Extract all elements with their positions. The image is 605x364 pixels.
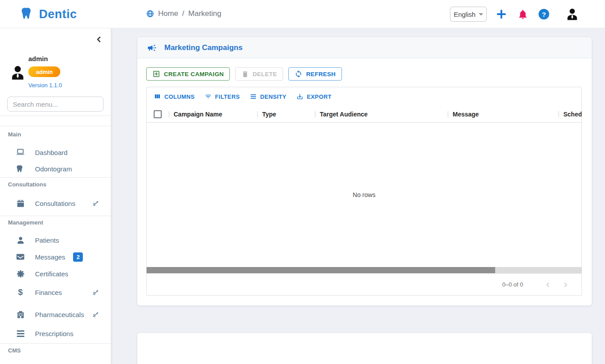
sidebar-item-label: Prescriptions: [35, 330, 74, 337]
sidebar-item-label: Patients: [35, 236, 59, 244]
notifications-bell-icon[interactable]: [517, 8, 528, 20]
main-content: Marketing Campaigns CREATE CAMPAIGN DELE…: [111, 28, 605, 364]
divider: [0, 216, 111, 216]
sidebar-item-label: Dashboard: [35, 149, 67, 156]
page-title: Marketing Campaigns: [164, 43, 243, 52]
sidebar-item-pharmaceuticals[interactable]: Pharmaceuticals: [0, 306, 111, 323]
divider: [0, 177, 111, 178]
filters-button[interactable]: FILTERS: [200, 90, 244, 103]
building-icon: [15, 310, 26, 319]
grid-rows-area: No rows: [147, 123, 582, 267]
divider: [0, 126, 111, 126]
envelope-icon: [15, 252, 26, 262]
role-badge: admin: [28, 66, 60, 77]
calendar-icon: [15, 199, 26, 208]
columns-button[interactable]: COLUMNS: [149, 90, 199, 103]
create-campaign-button[interactable]: CREATE CAMPAIGN: [146, 67, 230, 81]
laptop-icon: [15, 147, 26, 157]
sidebar-item-label: Pharmaceuticals: [35, 311, 84, 318]
breadcrumb: Home / Marketing: [146, 9, 221, 18]
dollar-icon: $: [15, 287, 26, 297]
breadcrumb-current: Marketing: [188, 9, 221, 18]
horizontal-scrollbar[interactable]: [147, 267, 582, 273]
section-label-management: Management: [8, 219, 43, 226]
version-link[interactable]: Version 1.1.0: [28, 82, 62, 89]
sidebar-item-label: Finances: [35, 289, 62, 296]
language-value: English: [454, 11, 475, 18]
sidebar-item-patients[interactable]: Patients: [0, 232, 111, 248]
topbar: Dentic Home / Marketing English ?: [0, 0, 605, 28]
divider: [0, 116, 111, 116]
section-label-consultations: Consultations: [8, 181, 47, 188]
trash-icon: [241, 70, 249, 78]
sidebar-item-label: Certificates: [35, 270, 68, 278]
list-lines-icon: [15, 330, 26, 337]
sidebar-item-consultations[interactable]: Consultations: [0, 195, 111, 212]
breadcrumb-home[interactable]: Home: [158, 9, 178, 18]
no-rows-message: No rows: [353, 191, 375, 198]
expand-arrow-icon[interactable]: [92, 200, 99, 207]
export-button[interactable]: EXPORT: [292, 90, 336, 103]
density-button[interactable]: DENSITY: [245, 90, 291, 103]
pagination-range: 0–0 of 0: [502, 281, 523, 288]
select-all-cell: [147, 110, 169, 118]
column-header-type[interactable]: Type: [257, 106, 315, 122]
sidebar-collapse-button[interactable]: [93, 34, 105, 45]
view-columns-icon: [154, 93, 161, 100]
density-icon: [250, 93, 257, 100]
delete-button[interactable]: DELETE: [235, 67, 283, 81]
sidebar-item-finances[interactable]: $ Finances: [0, 284, 111, 301]
megaphone-icon: [147, 43, 157, 53]
brand-logo[interactable]: Dentic: [20, 6, 77, 22]
help-icon[interactable]: ?: [538, 8, 550, 20]
tooth-logo-icon: [20, 6, 35, 22]
next-page-button[interactable]: [559, 279, 572, 291]
tooth-icon: [15, 164, 26, 173]
expand-arrow-icon[interactable]: [92, 289, 99, 296]
column-header-campaign-name[interactable]: Campaign Name: [169, 106, 257, 122]
grid-header-row: Campaign Name Type Target Audience Messa…: [147, 106, 582, 123]
campaigns-data-grid: COLUMNS FILTERS DENSITY: [146, 87, 582, 296]
marketing-campaigns-card: Marketing Campaigns CREATE CAMPAIGN DELE…: [137, 37, 592, 306]
refresh-button[interactable]: REFRESH: [288, 67, 342, 81]
user-avatar-icon: [9, 64, 26, 83]
card-header: Marketing Campaigns: [137, 37, 592, 58]
add-box-icon: [152, 70, 160, 78]
sidebar-item-label: Consultations: [35, 200, 75, 207]
sidebar-item-certificates[interactable]: Certificates: [0, 265, 111, 282]
column-header-target-audience[interactable]: Target Audience: [315, 106, 448, 122]
person-icon: [15, 236, 26, 245]
expand-arrow-icon[interactable]: [92, 311, 99, 318]
download-icon: [296, 93, 303, 100]
column-header-message[interactable]: Message: [448, 106, 558, 122]
section-label-main: Main: [8, 131, 21, 138]
chevron-down-icon: [479, 13, 483, 15]
previous-page-button[interactable]: [542, 279, 554, 291]
sidebar-item-label: Odontogram: [35, 165, 72, 173]
user-avatar[interactable]: [565, 7, 579, 22]
search-input[interactable]: [7, 97, 104, 112]
rosette-icon: [15, 269, 26, 279]
sidebar-item-prescriptions[interactable]: Prescriptions: [0, 325, 111, 342]
scrollbar-thumb[interactable]: [147, 267, 495, 273]
sync-icon: [295, 70, 302, 78]
globe-icon: [146, 10, 154, 18]
secondary-card: [137, 333, 592, 364]
sidebar-item-label: Messages: [35, 253, 65, 261]
grid-toolbar: COLUMNS FILTERS DENSITY: [147, 87, 582, 106]
actions-row: CREATE CAMPAIGN DELETE REFRESH: [146, 67, 342, 81]
sidebar: admin admin Version 1.1.0 Main Dashboard…: [0, 28, 111, 364]
breadcrumb-separator: /: [182, 9, 184, 18]
sidebar-item-messages[interactable]: Messages 2: [0, 248, 111, 265]
select-all-checkbox[interactable]: [154, 110, 162, 118]
help-glyph: ?: [539, 9, 549, 19]
sidebar-item-odontogram[interactable]: Odontogram: [0, 160, 111, 177]
language-select[interactable]: English: [450, 7, 487, 22]
section-label-cms: CMS: [8, 347, 21, 354]
messages-count-badge: 2: [73, 252, 83, 262]
brand-name: Dentic: [39, 8, 77, 21]
add-button[interactable]: [496, 8, 507, 20]
sidebar-item-dashboard[interactable]: Dashboard: [0, 144, 111, 161]
column-header-schedule[interactable]: Schedule: [558, 106, 582, 122]
filter-list-icon: [205, 93, 212, 100]
